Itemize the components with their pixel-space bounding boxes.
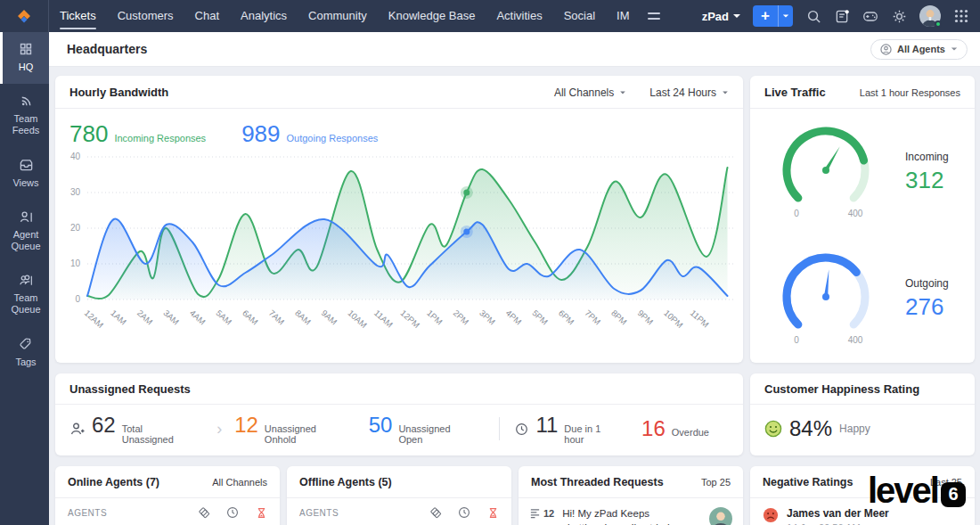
live-traffic-card: Live Traffic Last 1 hour Responses 0400I… [750, 76, 975, 363]
plus-icon[interactable]: + [753, 5, 778, 27]
page-title: Headquarters [67, 42, 147, 56]
channels-filter-dropdown[interactable]: All Channels [554, 86, 626, 99]
stat-label: Overdue [672, 427, 709, 438]
stat-value: 16 [641, 416, 666, 441]
sidebar-item-agent-queue[interactable]: Agent Queue [0, 200, 49, 263]
stat-total-unassigned[interactable]: 62Total Unassigned [69, 413, 195, 445]
nav-item-activities[interactable]: Activities [486, 0, 552, 32]
rating-customer-name[interactable]: James van der Meer [787, 507, 889, 520]
requester-avatar [709, 507, 732, 525]
svg-text:9AM: 9AM [320, 308, 339, 326]
live-traffic-title: Live Traffic [764, 86, 826, 99]
hourly-bandwidth-card: Hourly Bandwidth All Channels Last 24 Ho… [55, 76, 743, 363]
gamescope-icon[interactable] [862, 8, 878, 24]
chevron-down-icon [723, 91, 728, 94]
negative-rating-item[interactable]: James van der Meer 14 Jun 09:56 AM [750, 498, 975, 525]
tags-icon [19, 337, 34, 352]
svg-text:1PM: 1PM [425, 308, 445, 326]
nav-item-community[interactable]: Community [298, 0, 378, 32]
top-navbar: TicketsCustomersChatAnalyticsCommunityKn… [0, 0, 980, 32]
svg-text:6AM: 6AM [241, 308, 260, 326]
sidebar-item-hq[interactable]: HQ [0, 32, 49, 84]
hourly-bandwidth-title: Hourly Bandwidth [69, 86, 168, 99]
outgoing-stat: 989 Outgoing Responses [241, 120, 378, 148]
user-avatar[interactable] [919, 5, 941, 27]
clock-icon [458, 506, 470, 519]
svg-text:20: 20 [70, 223, 81, 233]
search-icon[interactable] [805, 8, 821, 24]
all-agents-filter-button[interactable]: All Agents [870, 39, 968, 60]
add-options-caret[interactable] [778, 5, 793, 27]
stat-overdue[interactable]: 16Overdue [641, 416, 709, 441]
sidebar-item-views[interactable]: Views [0, 148, 49, 200]
more-menu-icon[interactable] [641, 12, 667, 20]
gauge-value: 276 [905, 293, 949, 321]
svg-text:8PM: 8PM [609, 308, 629, 326]
navbar-right: zPad + [702, 5, 980, 27]
negative-ratings-title: Negative Ratings [763, 476, 853, 488]
svg-text:1AM: 1AM [109, 308, 128, 326]
primary-nav: TicketsCustomersChatAnalyticsCommunityKn… [49, 0, 641, 32]
online-agents-filter[interactable]: All Channels [212, 477, 267, 488]
svg-text:3AM: 3AM [161, 308, 181, 326]
time-range-dropdown[interactable]: Last 24 Hours [649, 86, 729, 99]
svg-text:6PM: 6PM [557, 308, 576, 326]
online-agents-title: Online Agents (7) [68, 476, 159, 488]
svg-text:11AM: 11AM [372, 308, 395, 329]
chevron-right-icon: › [216, 420, 222, 439]
request-subject[interactable]: Hi! My zPad Keeps shutting down. I've tr… [562, 507, 687, 525]
stat-unassigned-onhold[interactable]: 12Unassigned Onhold [234, 413, 349, 445]
bottom-cards-row: Online Agents (7) All Channels AGENTS [55, 466, 743, 525]
svg-text:5AM: 5AM [215, 308, 234, 326]
notifications-notes-icon[interactable] [834, 8, 850, 24]
happiness-label: Happy [839, 422, 870, 435]
portal-selector[interactable]: zPad [702, 10, 740, 23]
nav-item-social[interactable]: Social [553, 0, 606, 32]
svg-text:400: 400 [848, 335, 863, 345]
nav-item-im[interactable]: IM [606, 0, 640, 32]
stats-divider [499, 417, 500, 440]
most-threaded-title: Most Threaded Requests [531, 476, 664, 488]
nav-item-chat[interactable]: Chat [184, 0, 230, 32]
outgoing-label: Outgoing Responses [287, 133, 379, 144]
svg-text:10PM: 10PM [662, 308, 685, 330]
chevron-down-icon [733, 14, 740, 18]
bandwidth-area-chart[interactable]: 01020304012AM1AM2AM3AM4AM5AM6AM7AM8AM9AM… [55, 148, 743, 357]
sidebar-item-tags[interactable]: Tags [0, 327, 49, 379]
svg-text:7AM: 7AM [267, 308, 287, 326]
sidebar-item-label: HQ [19, 62, 34, 72]
sidebar-item-label: Agent Queue [11, 229, 40, 251]
stat-unassigned-open[interactable]: 50Unassigned Open [369, 413, 476, 445]
sidebar-item-label: Tags [15, 357, 36, 367]
svg-text:400: 400 [848, 209, 863, 218]
nav-item-customers[interactable]: Customers [107, 0, 184, 32]
svg-text:11PM: 11PM [689, 308, 711, 329]
threaded-request-item[interactable]: 12 Hi! My zPad Keeps shutting down. I've… [519, 498, 743, 525]
nav-item-knowledge-base[interactable]: Knowledge Base [378, 0, 486, 32]
apps-grid-icon[interactable] [953, 8, 969, 24]
svg-text:3PM: 3PM [478, 308, 497, 326]
views-icon [19, 158, 34, 173]
nav-item-analytics[interactable]: Analytics [230, 0, 298, 32]
gauge-value: 312 [905, 167, 949, 194]
stat-due-in-1-hour[interactable]: 11Due in 1 hour [514, 413, 622, 445]
sidebar-item-team-feeds[interactable]: Team Feeds [0, 84, 49, 147]
svg-text:12AM: 12AM [83, 308, 106, 330]
svg-text:8AM: 8AM [293, 308, 313, 326]
outgoing-gauge-dial: 0400 [759, 243, 893, 354]
person-icon [880, 44, 892, 55]
nav-item-tickets[interactable]: Tickets [49, 0, 107, 32]
settings-gear-icon[interactable] [891, 8, 907, 24]
happiness-card: Customer Happiness Rating 84% Happy [750, 373, 975, 455]
stat-label: Due in 1 hour [564, 423, 622, 445]
online-status-dot [935, 21, 942, 28]
unassigned-requests-title: Unassigned Requests [69, 382, 191, 396]
add-button[interactable]: + [753, 5, 793, 27]
sidebar-item-team-queue[interactable]: Team Queue [0, 263, 49, 326]
feeds-icon [19, 94, 34, 109]
stat-label: Unassigned Onhold [265, 423, 349, 445]
hourglass-icon [255, 506, 267, 519]
app-logo[interactable] [0, 0, 49, 32]
incoming-stat: 780 Incoming Responses [69, 120, 206, 148]
clock-icon [226, 506, 239, 519]
